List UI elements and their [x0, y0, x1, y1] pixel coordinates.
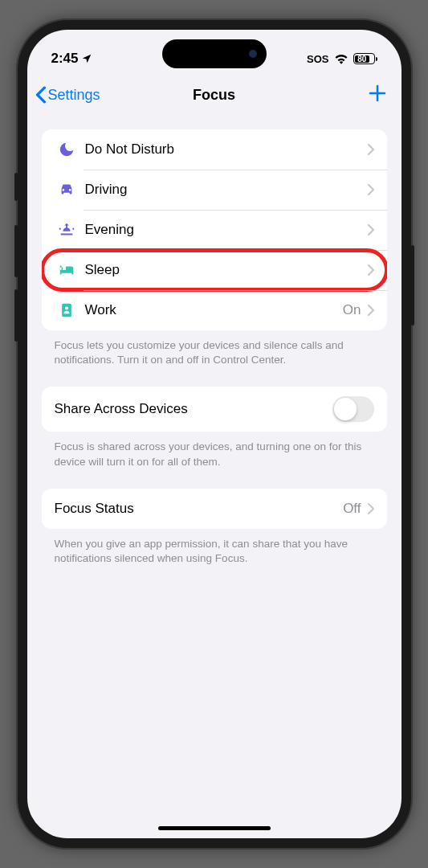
status-label: Focus Status — [55, 501, 344, 517]
focus-mode-evening[interactable]: Evening — [42, 210, 387, 250]
focus-mode-label: Do Not Disturb — [85, 141, 368, 158]
badge-icon — [55, 301, 79, 319]
home-indicator[interactable] — [158, 826, 271, 830]
focus-modes-list: Do Not DisturbDrivingEveningSleepWorkOn — [42, 129, 387, 330]
screen: 2:45 SOS 80 Settings Focus — [27, 30, 402, 838]
dynamic-island — [162, 39, 267, 68]
bed-icon — [55, 261, 79, 279]
chevron-right-icon — [368, 224, 374, 235]
share-label: Share Across Devices — [55, 401, 332, 417]
share-toggle[interactable] — [332, 396, 374, 422]
share-footer: Focus is shared across your devices, and… — [42, 440, 387, 488]
add-button[interactable] — [368, 83, 387, 107]
back-button[interactable]: Settings — [35, 86, 100, 104]
car-icon — [55, 181, 79, 199]
focus-mode-label: Driving — [85, 182, 368, 198]
share-group: Share Across Devices — [42, 387, 387, 432]
status-left: 2:45 — [51, 51, 92, 67]
focus-mode-work[interactable]: WorkOn — [42, 290, 387, 330]
wifi-icon — [334, 53, 349, 64]
moon-icon — [55, 141, 79, 158]
focus-mode-sleep[interactable]: Sleep — [42, 250, 387, 290]
focus-mode-value: On — [343, 302, 361, 318]
nav-title: Focus — [193, 87, 235, 104]
status-time: 2:45 — [51, 51, 79, 67]
sos-indicator: SOS — [307, 53, 328, 65]
location-icon — [81, 53, 92, 64]
focus-mode-label: Evening — [85, 222, 368, 238]
focus-mode-label: Work — [85, 302, 343, 318]
focus-status-row[interactable]: Focus Status Off — [42, 489, 387, 529]
status-footer: When you give an app permission, it can … — [42, 537, 387, 585]
focus-mode-driving[interactable]: Driving — [42, 170, 387, 210]
focus-footer: Focus lets you customize your devices an… — [42, 338, 387, 387]
volume-up — [14, 225, 18, 277]
chevron-right-icon — [368, 184, 374, 195]
status-right: SOS 80 — [307, 53, 377, 65]
svg-point-1 — [64, 306, 67, 309]
mute-switch — [14, 173, 18, 201]
status-value: Off — [343, 501, 361, 517]
back-label: Settings — [48, 87, 100, 104]
content: Do Not DisturbDrivingEveningSleepWorkOn … — [27, 117, 402, 598]
chevron-right-icon — [368, 264, 374, 276]
phone-frame: 2:45 SOS 80 Settings Focus — [18, 20, 411, 848]
share-across-devices-row[interactable]: Share Across Devices — [42, 387, 387, 432]
status-group: Focus Status Off — [42, 489, 387, 529]
svg-rect-0 — [62, 304, 71, 317]
power-button — [411, 245, 414, 326]
chevron-left-icon — [35, 86, 47, 104]
chevron-right-icon — [368, 503, 374, 514]
focus-mode-label: Sleep — [85, 262, 368, 278]
sunset-icon — [55, 221, 79, 239]
battery-indicator: 80 — [353, 53, 377, 64]
chevron-right-icon — [368, 305, 374, 316]
nav-bar: Settings Focus — [27, 73, 402, 117]
chevron-right-icon — [368, 144, 374, 155]
volume-down — [14, 289, 18, 342]
focus-mode-do-not-disturb[interactable]: Do Not Disturb — [42, 129, 387, 170]
plus-icon — [368, 84, 387, 103]
